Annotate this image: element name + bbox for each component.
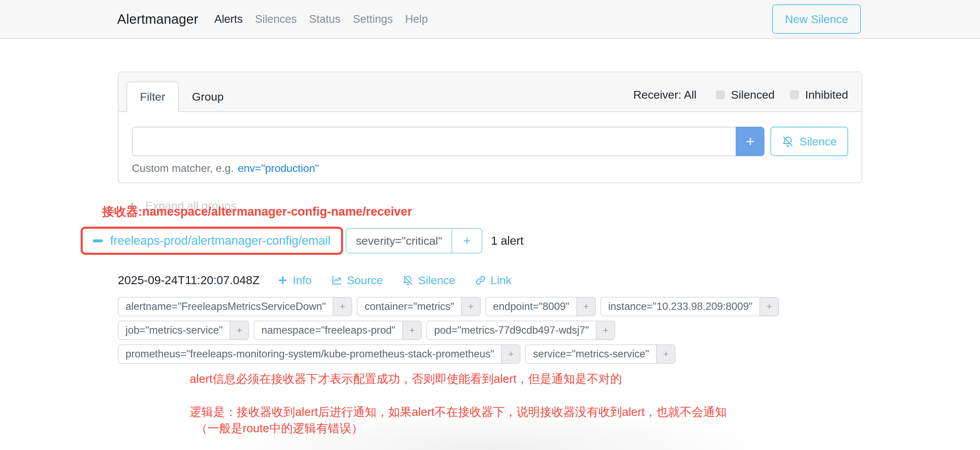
alert-label-chip: endpoint="8009"+ — [485, 297, 596, 316]
alert-label-text: alertname="FreeleapsMetricsServiceDown" — [118, 298, 333, 315]
alert-label-text: endpoint="8009" — [486, 298, 576, 315]
alert-label-text: prometheus="freeleaps-monitoring-system/… — [118, 345, 501, 363]
top-navigation-bar: Alertmanager AlertsSilencesStatusSetting… — [0, 0, 980, 39]
bell-slash-icon — [782, 135, 794, 147]
alert-label-add-button[interactable]: + — [501, 345, 520, 363]
tab-group[interactable]: Group — [179, 82, 237, 112]
state-checkboxes: SilencedInhibited — [716, 88, 848, 101]
alert-timestamp: 2025-09-24T11:20:07.048Z — [118, 274, 260, 287]
alert-label-add-button[interactable]: + — [333, 298, 352, 315]
alert-label-add-button[interactable]: + — [461, 298, 480, 315]
toggle-inhibited[interactable]: Inhibited — [790, 88, 848, 101]
alert-label-add-button[interactable]: + — [230, 321, 248, 339]
hint-text: Custom matcher, e.g. — [132, 162, 234, 174]
alert-label-text: job="metrics-service" — [118, 321, 230, 339]
plus-icon — [277, 275, 288, 286]
alert-actions: InfoSourceSilenceLink — [277, 274, 531, 287]
filter-card-body: + Silence Custom matcher, e.g.env="produ… — [118, 112, 862, 182]
alert-action-info[interactable]: Info — [277, 274, 312, 287]
toggle-silenced[interactable]: Silenced — [716, 88, 775, 101]
alert-label-text: namespace="freeleaps-prod" — [255, 321, 402, 339]
alert-labels-row: prometheus="freeleaps-monitoring-system/… — [118, 344, 862, 364]
alert-label-text: container="metrics" — [358, 298, 461, 315]
add-matcher-button[interactable]: + — [736, 127, 764, 156]
group-matcher-text: severity="critical" — [347, 229, 451, 253]
filter-card-header: FilterGroup Receiver: All SilencedInhibi… — [118, 72, 862, 112]
alert-label-add-button[interactable]: + — [656, 345, 675, 363]
alert-label-text: instance="10.233.98.209:8009" — [601, 298, 759, 315]
app-brand[interactable]: Alertmanager — [117, 12, 199, 27]
alert-label-chip: alertname="FreeleapsMetricsServiceDown"+ — [118, 297, 352, 316]
alert-count: 1 alert — [491, 234, 523, 247]
group-receiver-toggle[interactable]: freeleaps-prod/alertmanager-config/email — [93, 232, 330, 249]
action-label: Source — [347, 274, 383, 287]
alert-label-chip: prometheus="freeleaps-monitoring-system/… — [118, 344, 520, 364]
logic-annotation-line1: 逻辑是：接收器收到alert后进行通知，如果alert不在接收器下，说明接收器没… — [190, 404, 862, 420]
alert-labels-row: job="metrics-service"+namespace="freelea… — [118, 321, 862, 340]
alert-header-row: 2025-09-24T11:20:07.048Z InfoSourceSilen… — [118, 274, 862, 287]
matcher-input[interactable] — [132, 127, 736, 156]
alert-label-chip: container="metrics"+ — [357, 297, 480, 316]
alert-label-add-button[interactable]: + — [759, 298, 778, 315]
chart-line-icon — [331, 275, 342, 286]
filter-group-tabs: FilterGroup — [127, 82, 237, 111]
main-nav: AlertsSilencesStatusSettingsHelp — [215, 13, 441, 25]
filter-options: Receiver: All SilencedInhibited — [633, 88, 848, 111]
group-matcher-chip: severity="critical" + — [346, 228, 482, 254]
nav-item-status[interactable]: Status — [309, 13, 341, 25]
alert-labels-row: alertname="FreeleapsMetricsServiceDown"+… — [118, 297, 862, 316]
alert-label-chip: instance="10.233.98.209:8009"+ — [600, 297, 779, 316]
alert-label-chip: service="metrics-service"+ — [525, 344, 675, 364]
alert-label-text: pod="metrics-77d9cdb497-wdsj7" — [427, 321, 596, 339]
alert-label-chip: job="metrics-service"+ — [118, 321, 249, 340]
link-icon — [475, 275, 486, 286]
alert-label-text: service="metrics-service" — [526, 345, 656, 363]
custom-matcher-hint: Custom matcher, e.g.env="production" — [132, 162, 848, 174]
action-label: Silence — [418, 274, 455, 287]
silenced-checkbox[interactable] — [716, 90, 725, 99]
alert-label-add-button[interactable]: + — [402, 321, 421, 339]
logic-annotation-line2: （一般是route中的逻辑有错误） — [196, 420, 862, 436]
logic-annotation-text: 逻辑是：接收器收到alert后进行通知，如果alert不在接收器下，说明接收器没… — [190, 404, 862, 436]
receiver-annotation-text: 接收器:namespace/altermanager-config-name/r… — [102, 204, 862, 220]
silenced-label: Silenced — [731, 88, 775, 101]
hint-example-link[interactable]: env="production" — [238, 162, 319, 174]
new-silence-button[interactable]: New Silence — [772, 4, 861, 34]
annotation-highlight-box: freeleaps-prod/alertmanager-config/email — [81, 227, 343, 255]
alert-group-row: freeleaps-prod/alertmanager-config/email… — [81, 227, 862, 255]
tab-filter[interactable]: Filter — [127, 82, 179, 112]
alert-item: 2025-09-24T11:20:07.048Z InfoSourceSilen… — [118, 274, 862, 436]
silence-filter-button[interactable]: Silence — [770, 127, 848, 156]
alert-annotation-text: alert信息必须在接收器下才表示配置成功，否则即使能看到alert，但是通知是… — [190, 371, 862, 387]
nav-item-silences[interactable]: Silences — [255, 13, 297, 25]
alert-label-add-button[interactable]: + — [576, 298, 595, 315]
alert-labels: alertname="FreeleapsMetricsServiceDown"+… — [118, 297, 862, 364]
alert-label-add-button[interactable]: + — [596, 321, 614, 339]
main-content: FilterGroup Receiver: All SilencedInhibi… — [118, 71, 862, 436]
nav-item-alerts[interactable]: Alerts — [215, 13, 243, 25]
filter-card: FilterGroup Receiver: All SilencedInhibi… — [118, 71, 862, 183]
action-label: Info — [293, 274, 312, 287]
alert-action-silence[interactable]: Silence — [402, 274, 455, 287]
inhibited-label: Inhibited — [805, 88, 848, 101]
alert-action-source[interactable]: Source — [331, 274, 383, 287]
nav-item-help[interactable]: Help — [405, 13, 428, 25]
alert-label-chip: pod="metrics-77d9cdb497-wdsj7"+ — [426, 321, 615, 340]
nav-item-settings[interactable]: Settings — [353, 13, 393, 25]
bell-slash-icon — [402, 275, 414, 286]
alert-label-chip: namespace="freeleaps-prod"+ — [254, 321, 422, 340]
action-label: Link — [491, 274, 511, 287]
minus-icon — [93, 239, 103, 242]
inhibited-checkbox[interactable] — [790, 90, 799, 99]
group-matcher-add-button[interactable]: + — [452, 229, 482, 253]
silence-button-label: Silence — [799, 135, 837, 148]
group-receiver-label: freeleaps-prod/alertmanager-config/email — [110, 232, 330, 249]
receiver-filter-dropdown[interactable]: Receiver: All — [633, 88, 697, 101]
matcher-input-group: + Silence — [132, 127, 848, 156]
alert-action-link[interactable]: Link — [475, 274, 511, 287]
